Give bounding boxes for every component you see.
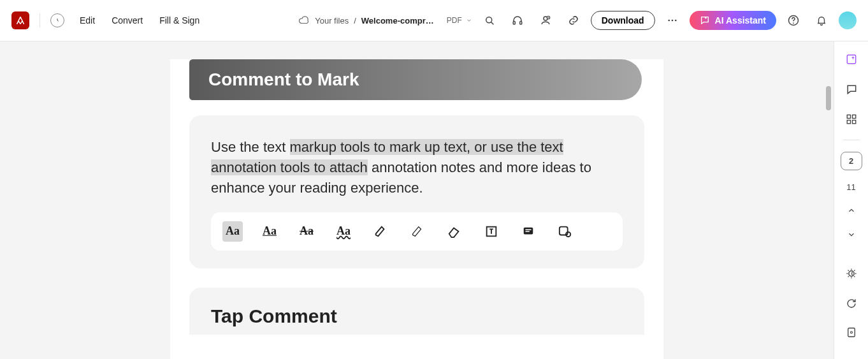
total-pages: 11 <box>841 182 862 193</box>
demo-marker-icon <box>370 221 391 242</box>
format-label: PDF <box>447 16 462 25</box>
svg-point-9 <box>793 22 794 24</box>
svg-point-5 <box>668 20 670 22</box>
scrollbar[interactable] <box>825 41 831 359</box>
page-view-icon[interactable] <box>841 324 862 342</box>
format-selector[interactable]: PDF <box>447 16 472 25</box>
banner-title: Comment to Mark <box>208 70 359 90</box>
breadcrumb: Your files / Welcome-compr… <box>298 15 434 26</box>
demo-note-icon <box>518 221 539 242</box>
section-banner: Comment to Mark <box>189 59 642 100</box>
theme-icon[interactable] <box>841 264 862 282</box>
avatar[interactable] <box>839 11 857 29</box>
menu-fill-sign[interactable]: Fill & Sign <box>159 15 199 26</box>
svg-point-7 <box>675 20 677 22</box>
svg-rect-16 <box>847 55 855 64</box>
history-icon[interactable] <box>50 13 64 27</box>
scrollbar-thumb[interactable] <box>826 86 831 110</box>
svg-rect-2 <box>519 22 521 25</box>
svg-rect-17 <box>847 115 850 118</box>
svg-rect-20 <box>852 120 855 123</box>
svg-point-6 <box>671 20 673 22</box>
download-button[interactable]: Download <box>591 11 655 30</box>
more-icon[interactable] <box>662 10 683 31</box>
svg-rect-18 <box>852 115 855 118</box>
demo-eraser-icon <box>444 221 465 242</box>
page-up-icon[interactable] <box>841 204 862 217</box>
ai-chat-icon <box>700 15 710 26</box>
rotate-icon[interactable] <box>841 294 862 312</box>
link-icon[interactable] <box>563 10 584 31</box>
chevron-down-icon <box>466 17 472 24</box>
bell-icon[interactable] <box>811 10 832 31</box>
breadcrumb-file[interactable]: Welcome-compr… <box>361 16 434 26</box>
topbar: Edit Convert Fill & Sign Your files / We… <box>0 0 868 41</box>
comments-panel-icon[interactable] <box>841 80 862 99</box>
menu-edit[interactable]: Edit <box>80 15 95 26</box>
breadcrumb-root[interactable]: Your files <box>315 16 349 26</box>
markup-toolbar-demo: Aa Aa Aa Aa <box>211 212 623 251</box>
section2-title: Tap Comment <box>211 305 623 327</box>
document-area: Comment to Mark Use the text markup tool… <box>0 41 834 359</box>
highlighted-text-1: markup tools to mark up text, or use the <box>290 139 541 155</box>
cloud-icon <box>298 15 310 26</box>
page: Comment to Mark Use the text markup tool… <box>170 59 663 359</box>
svg-rect-13 <box>524 227 533 234</box>
breadcrumb-sep: / <box>354 16 356 26</box>
ai-assistant-label: AI Assistant <box>715 15 766 26</box>
demo-strike-icon: Aa <box>296 221 317 242</box>
body-text[interactable]: Use the text markup tools to mark up tex… <box>211 137 623 198</box>
ai-panel-icon[interactable] <box>841 50 862 69</box>
svg-point-23 <box>850 332 852 333</box>
thumbnails-icon[interactable] <box>841 110 862 128</box>
svg-rect-1 <box>513 22 515 25</box>
demo-underline-icon: Aa <box>259 221 280 242</box>
text-pre: Use the text <box>211 139 290 155</box>
separator <box>843 140 860 140</box>
share-user-icon[interactable] <box>535 10 556 31</box>
page-down-icon[interactable] <box>841 228 862 241</box>
help-icon[interactable] <box>783 10 804 31</box>
current-page-indicator[interactable]: 2 <box>841 152 862 170</box>
divider <box>40 13 40 27</box>
svg-point-0 <box>486 17 491 23</box>
headphones-icon[interactable] <box>507 10 528 31</box>
right-sidebar: 2 11 <box>834 41 868 359</box>
content-card: Use the text markup tools to mark up tex… <box>189 115 644 268</box>
ai-assistant-button[interactable]: AI Assistant <box>690 11 776 30</box>
demo-marker2-icon <box>407 221 428 242</box>
demo-stamp-icon <box>555 221 575 242</box>
svg-rect-19 <box>847 120 850 123</box>
svg-rect-22 <box>848 328 855 337</box>
section-2: Tap Comment <box>189 288 644 335</box>
demo-highlight-icon: Aa <box>222 221 243 242</box>
menu-convert[interactable]: Convert <box>112 15 143 26</box>
search-icon[interactable] <box>479 10 500 31</box>
app-logo[interactable] <box>11 11 29 29</box>
demo-squiggly-icon: Aa <box>333 221 354 242</box>
main-menu: Edit Convert Fill & Sign <box>80 15 199 26</box>
demo-textcursor-icon <box>481 221 502 242</box>
